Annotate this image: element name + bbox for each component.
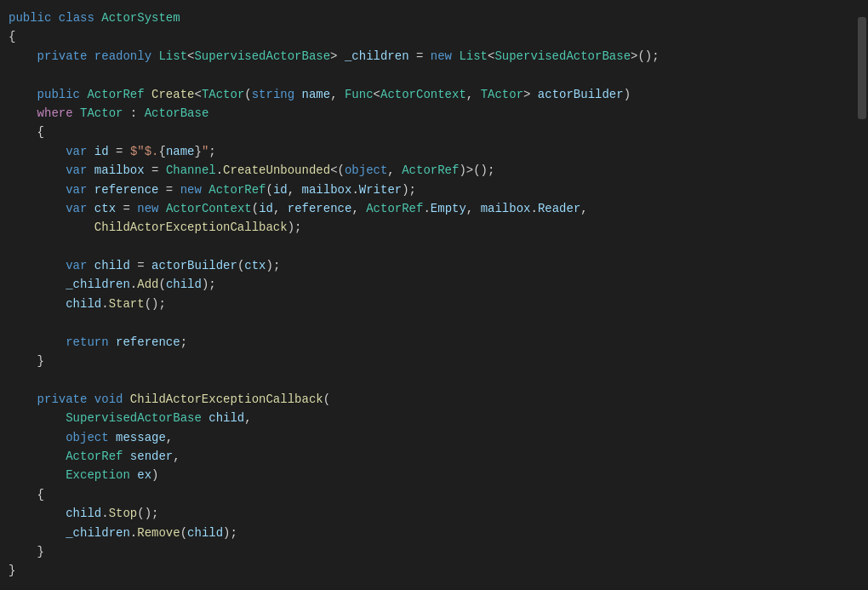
param-sender: sender bbox=[130, 447, 173, 466]
var-ctx2: ctx bbox=[244, 256, 266, 275]
code-line: Exception ex ) bbox=[0, 466, 868, 484]
keyword-string: string bbox=[252, 85, 294, 104]
var-child: child bbox=[94, 256, 130, 275]
code-line: } bbox=[0, 352, 868, 370]
var-child5: child bbox=[187, 524, 223, 542]
code-line: ChildActorExceptionCallback ); bbox=[0, 218, 868, 237]
keyword-readonly: readonly bbox=[94, 47, 151, 66]
code-line: var child = actorBuilder ( ctx ); bbox=[0, 256, 868, 275]
type-func: Func bbox=[345, 85, 374, 104]
method-childcallback: ChildActorExceptionCallback bbox=[94, 218, 288, 237]
var-actorbuilder: actorBuilder bbox=[151, 256, 237, 275]
var-reference: reference bbox=[94, 180, 159, 199]
param-child: child bbox=[208, 409, 244, 427]
var-id3: id bbox=[259, 199, 273, 218]
code-line: { bbox=[0, 485, 868, 504]
type-list: List bbox=[158, 47, 187, 66]
method-remove: Remove bbox=[137, 524, 180, 542]
code-line: where TActor : ActorBase bbox=[0, 104, 868, 123]
type-actorcontext: ActorContext bbox=[380, 85, 466, 104]
keyword-var4: var bbox=[66, 199, 87, 218]
type-exception: Exception bbox=[66, 466, 130, 484]
type-tactor2: TActor bbox=[481, 85, 523, 104]
prop-empty: Empty bbox=[431, 199, 466, 218]
keyword-new2: new bbox=[180, 180, 202, 199]
code-line: var reference = new ActorRef ( id , mail… bbox=[0, 180, 868, 199]
var-mailbox3: mailbox bbox=[481, 199, 531, 218]
keyword-public2: public bbox=[37, 85, 80, 104]
code-line: var mailbox = Channel . CreateUnbounded … bbox=[0, 161, 868, 180]
code-line: public class ActorSystem bbox=[0, 9, 868, 27]
keyword-return: return bbox=[66, 333, 108, 352]
param-actorbuilder: actorBuilder bbox=[538, 85, 624, 104]
method-create: Create bbox=[151, 85, 194, 104]
var-mailbox: mailbox bbox=[94, 161, 145, 180]
code-line: child . Start (); bbox=[0, 295, 868, 313]
var-children2: _children bbox=[66, 275, 130, 294]
keyword-var2: var bbox=[66, 161, 87, 180]
var-children3: _children bbox=[66, 524, 130, 542]
type-actorbase: ActorBase bbox=[145, 104, 209, 123]
keyword-where: where bbox=[37, 104, 73, 123]
var-child4: child bbox=[66, 504, 101, 523]
type-supervised: SupervisedActorBase bbox=[194, 47, 330, 66]
type-actorref3: ActorRef bbox=[208, 180, 266, 199]
code-line: } bbox=[0, 542, 868, 561]
code-line bbox=[0, 313, 868, 332]
keyword-var3: var bbox=[66, 180, 87, 199]
keyword-var5: var bbox=[66, 256, 87, 275]
code-line: SupervisedActorBase child , bbox=[0, 409, 868, 427]
type-tactor3: TActor bbox=[80, 104, 123, 123]
code-line bbox=[0, 66, 868, 84]
type-actorref2: ActorRef bbox=[402, 161, 459, 180]
code-editor: public class ActorSystem { private reado… bbox=[0, 0, 868, 590]
var-child3: child bbox=[66, 295, 101, 313]
param-message: message bbox=[116, 428, 166, 447]
class-name: ActorSystem bbox=[101, 9, 180, 27]
method-add: Add bbox=[137, 275, 158, 294]
type-tactor: TActor bbox=[202, 85, 244, 104]
var-ref2: reference bbox=[288, 199, 352, 218]
keyword-object: object bbox=[345, 161, 387, 180]
var-ctx: ctx bbox=[94, 199, 116, 218]
type-supervised2: SupervisedActorBase bbox=[494, 47, 631, 66]
type-supervised3: SupervisedActorBase bbox=[66, 409, 202, 427]
code-line: return reference ; bbox=[0, 333, 868, 352]
code-line: { bbox=[0, 27, 868, 46]
code-line: } bbox=[0, 561, 868, 580]
string-id: $"$. bbox=[130, 142, 159, 161]
keyword-private2: private bbox=[37, 390, 88, 409]
keyword-var: var bbox=[66, 142, 87, 161]
type-actorref5: ActorRef bbox=[66, 447, 123, 466]
code-line: var id = $"$.{name}" ; bbox=[0, 142, 868, 161]
code-line: child . Stop (); bbox=[0, 504, 868, 523]
code-line: private readonly List < SupervisedActorB… bbox=[0, 47, 868, 66]
method-createunbounded: CreateUnbounded bbox=[223, 161, 330, 180]
code-line: ActorRef sender , bbox=[0, 447, 868, 466]
scrollbar-thumb[interactable] bbox=[858, 17, 866, 119]
code-line: private void ChildActorExceptionCallback… bbox=[0, 390, 868, 409]
keyword-new: new bbox=[431, 47, 452, 66]
scrollbar[interactable] bbox=[856, 0, 868, 590]
var-child2: child bbox=[166, 275, 202, 294]
code-line: public ActorRef Create < TActor ( string… bbox=[0, 85, 868, 104]
method-childcallback2: ChildActorExceptionCallback bbox=[130, 390, 323, 409]
type-actorref: ActorRef bbox=[87, 85, 144, 104]
param-ex: ex bbox=[137, 466, 151, 484]
type-actorcontext2: ActorContext bbox=[166, 199, 252, 218]
var-mailbox2: mailbox bbox=[302, 180, 352, 199]
code-line: _children . Add ( child ); bbox=[0, 275, 868, 294]
keyword-class: class bbox=[59, 9, 94, 27]
prop-reader: Reader bbox=[538, 199, 580, 218]
keyword-new3: new bbox=[137, 199, 158, 218]
var-id: id bbox=[94, 142, 109, 161]
code-line bbox=[0, 370, 868, 389]
keyword-void: void bbox=[94, 390, 123, 409]
keyword-object2: object bbox=[66, 428, 108, 447]
code-line: _children . Remove ( child ); bbox=[0, 524, 868, 542]
method-stop: Stop bbox=[109, 504, 138, 523]
type-list2: List bbox=[459, 47, 488, 66]
code-line: { bbox=[0, 123, 868, 141]
var-id2: id bbox=[273, 180, 288, 199]
prop-writer: Writer bbox=[359, 180, 402, 199]
